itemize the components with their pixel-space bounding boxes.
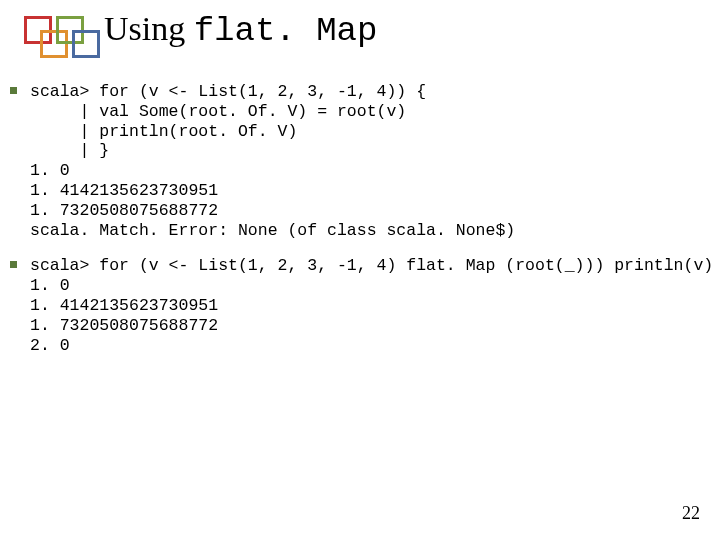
code-block-2: scala> for (v <- List(1, 2, 3, -1, 4) fl…: [10, 256, 710, 355]
title-prefix: Using: [104, 10, 194, 47]
code-text-1: scala> for (v <- List(1, 2, 3, -1, 4)) {…: [30, 82, 515, 240]
slide-logo: [18, 12, 100, 72]
code-text-2: scala> for (v <- List(1, 2, 3, -1, 4) fl…: [30, 256, 713, 355]
slide-title: Using flat. Map: [104, 10, 377, 50]
logo-square-blue: [72, 30, 100, 58]
bullet-icon: [10, 87, 20, 94]
code-block-1: scala> for (v <- List(1, 2, 3, -1, 4)) {…: [10, 82, 710, 240]
bullet-icon: [10, 261, 20, 268]
page-number: 22: [682, 503, 700, 524]
title-code: flat. Map: [194, 12, 378, 50]
slide-body: scala> for (v <- List(1, 2, 3, -1, 4)) {…: [10, 82, 710, 361]
